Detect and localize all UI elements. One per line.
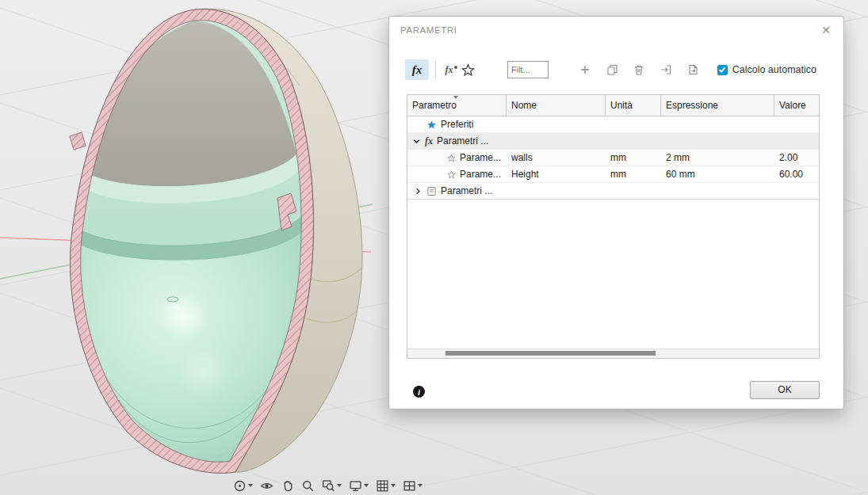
parameters-table: Parametro Nome Unità Espressione Valore … xyxy=(407,94,820,359)
auto-calc-toggle[interactable]: Calcolo automatico xyxy=(717,64,816,75)
table-row-model-parameters-group[interactable]: fx Parametri ... xyxy=(407,133,819,150)
display-settings-tool[interactable] xyxy=(349,479,369,493)
orbit-icon xyxy=(233,479,247,493)
dialog-title: PARAMETRI xyxy=(400,25,457,35)
clip-notch-left xyxy=(70,132,86,150)
auto-calc-checkbox[interactable] xyxy=(717,65,728,75)
model-parameters-button[interactable]: fx xyxy=(405,59,429,80)
filter-input[interactable] xyxy=(507,61,549,78)
fit-tool[interactable] xyxy=(322,479,342,493)
walls-espressione[interactable]: 2 mm xyxy=(661,152,774,163)
fx-icon: fx xyxy=(425,135,433,147)
star-outline-icon[interactable] xyxy=(447,170,456,179)
viewports-tool[interactable] xyxy=(403,479,423,493)
table-row-user-parameters-group[interactable]: Parametri ... xyxy=(407,183,819,200)
favorites-label: Preferiti xyxy=(441,119,473,130)
close-icon[interactable]: ✕ xyxy=(818,22,834,38)
horizontal-scrollbar[interactable] xyxy=(407,348,819,358)
display-settings-dropdown-caret[interactable] xyxy=(364,484,369,487)
table-row-favorites[interactable]: Preferiti xyxy=(407,116,819,133)
chevron-down-icon[interactable] xyxy=(412,137,421,146)
favorite-star-icon xyxy=(426,120,437,130)
ok-button[interactable]: OK xyxy=(750,381,820,399)
app-window: PARAMETRI ✕ fx fx xyxy=(0,0,868,495)
walls-nome[interactable]: walls xyxy=(507,152,606,163)
star-outline-icon[interactable] xyxy=(447,154,456,162)
orbit-dropdown-caret[interactable] xyxy=(248,484,253,487)
table-row-walls[interactable]: Parame... walls mm 2 mm 2.00 xyxy=(407,150,819,166)
zoom-icon xyxy=(301,479,315,493)
grid-display-icon xyxy=(376,479,389,493)
sort-indicator-icon xyxy=(453,96,458,99)
height-unita: mm xyxy=(606,169,661,180)
walls-unita: mm xyxy=(606,152,661,163)
height-valore: 60.00 xyxy=(774,169,820,180)
orbit-tool[interactable] xyxy=(233,479,253,493)
header-valore[interactable]: Valore xyxy=(774,95,820,116)
look-at-tool[interactable] xyxy=(260,479,273,493)
fit-icon xyxy=(322,479,335,493)
parameters-dialog: PARAMETRI ✕ fx fx xyxy=(388,16,844,409)
delete-parameter-icon[interactable] xyxy=(631,63,647,76)
height-espressione[interactable]: 60 mm xyxy=(661,169,774,180)
document-icon xyxy=(426,186,437,196)
navigation-toolbar xyxy=(233,478,423,493)
grid-display-tool[interactable] xyxy=(376,479,396,493)
chevron-right-icon[interactable] xyxy=(414,187,423,196)
move-parameter-icon[interactable] xyxy=(658,63,674,76)
display-settings-icon xyxy=(349,479,362,493)
pan-tool[interactable] xyxy=(281,479,294,493)
viewports-icon xyxy=(403,479,416,493)
walls-valore: 2.00 xyxy=(774,152,820,163)
auto-calc-label: Calcolo automatico xyxy=(732,64,816,75)
copy-parameter-icon[interactable] xyxy=(604,63,620,76)
toolbar-separator xyxy=(435,61,436,78)
zoom-tool[interactable] xyxy=(301,479,315,493)
height-nome[interactable]: Height xyxy=(507,169,606,180)
dialog-toolbar: fx fx xyxy=(405,58,816,82)
table-row-height[interactable]: Parame... Height mm 60 mm 60.00 xyxy=(407,166,819,183)
header-espressione[interactable]: Espressione xyxy=(661,95,774,116)
grid-display-dropdown-caret[interactable] xyxy=(391,484,396,487)
model-group-label: Parametri ... xyxy=(437,135,488,147)
table-header: Parametro Nome Unità Espressione Valore xyxy=(407,95,819,116)
walls-parametro: Parame... xyxy=(460,152,501,163)
header-unita[interactable]: Unità xyxy=(606,95,661,116)
pan-icon xyxy=(281,479,294,493)
header-nome[interactable]: Nome xyxy=(507,95,606,116)
viewports-dropdown-caret[interactable] xyxy=(418,484,423,487)
add-parameter-icon[interactable] xyxy=(577,63,593,76)
height-parametro: Parame... xyxy=(460,169,501,180)
fit-dropdown-caret[interactable] xyxy=(337,484,342,487)
parameter-actions xyxy=(577,63,701,76)
highlight-dot xyxy=(174,305,178,310)
info-icon[interactable]: i xyxy=(413,386,425,398)
user-group-label: Parametri ... xyxy=(441,185,492,196)
user-parameter-icon[interactable]: fx xyxy=(442,64,460,76)
look-at-icon xyxy=(260,479,273,493)
egg-model[interactable] xyxy=(70,9,362,473)
favorites-filter-icon[interactable] xyxy=(460,63,476,77)
export-parameters-icon[interactable] xyxy=(685,63,701,76)
scrollbar-thumb[interactable] xyxy=(445,351,656,356)
